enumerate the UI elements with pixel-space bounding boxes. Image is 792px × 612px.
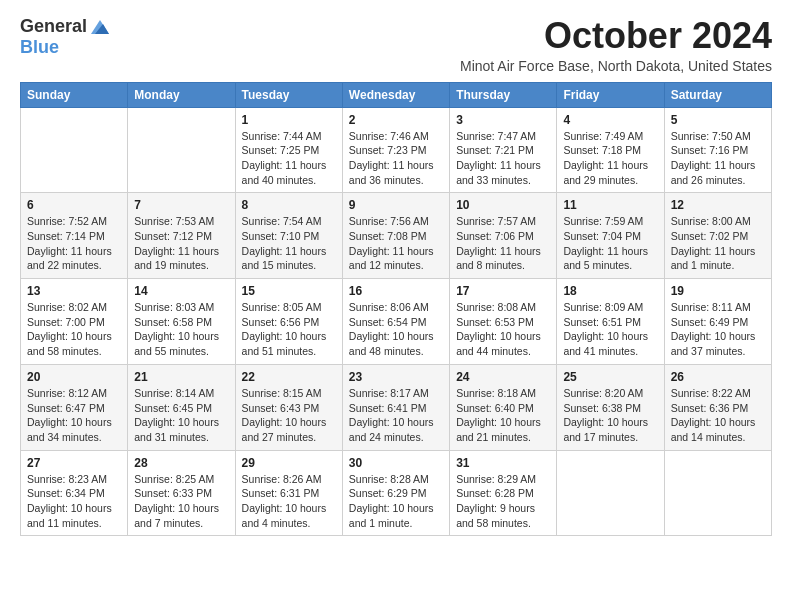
day-number: 20 bbox=[27, 370, 121, 384]
day-info: Sunrise: 8:00 AMSunset: 7:02 PMDaylight:… bbox=[671, 214, 765, 273]
day-number: 19 bbox=[671, 284, 765, 298]
day-info: Sunrise: 8:20 AMSunset: 6:38 PMDaylight:… bbox=[563, 386, 657, 445]
day-header-monday: Monday bbox=[128, 82, 235, 107]
day-number: 14 bbox=[134, 284, 228, 298]
calendar-cell: 19Sunrise: 8:11 AMSunset: 6:49 PMDayligh… bbox=[664, 279, 771, 365]
day-info: Sunrise: 8:26 AMSunset: 6:31 PMDaylight:… bbox=[242, 472, 336, 531]
calendar-cell: 18Sunrise: 8:09 AMSunset: 6:51 PMDayligh… bbox=[557, 279, 664, 365]
title-area: October 2024 Minot Air Force Base, North… bbox=[460, 16, 772, 74]
week-row-5: 27Sunrise: 8:23 AMSunset: 6:34 PMDayligh… bbox=[21, 450, 772, 536]
week-row-3: 13Sunrise: 8:02 AMSunset: 7:00 PMDayligh… bbox=[21, 279, 772, 365]
calendar-cell: 7Sunrise: 7:53 AMSunset: 7:12 PMDaylight… bbox=[128, 193, 235, 279]
day-number: 3 bbox=[456, 113, 550, 127]
logo-icon bbox=[89, 16, 111, 38]
week-row-1: 1Sunrise: 7:44 AMSunset: 7:25 PMDaylight… bbox=[21, 107, 772, 193]
calendar-cell bbox=[664, 450, 771, 536]
calendar-cell bbox=[557, 450, 664, 536]
calendar-cell: 8Sunrise: 7:54 AMSunset: 7:10 PMDaylight… bbox=[235, 193, 342, 279]
day-info: Sunrise: 7:50 AMSunset: 7:16 PMDaylight:… bbox=[671, 129, 765, 188]
day-info: Sunrise: 7:47 AMSunset: 7:21 PMDaylight:… bbox=[456, 129, 550, 188]
day-info: Sunrise: 8:25 AMSunset: 6:33 PMDaylight:… bbox=[134, 472, 228, 531]
day-number: 2 bbox=[349, 113, 443, 127]
day-header-friday: Friday bbox=[557, 82, 664, 107]
day-info: Sunrise: 8:18 AMSunset: 6:40 PMDaylight:… bbox=[456, 386, 550, 445]
day-info: Sunrise: 8:23 AMSunset: 6:34 PMDaylight:… bbox=[27, 472, 121, 531]
day-number: 21 bbox=[134, 370, 228, 384]
day-info: Sunrise: 8:22 AMSunset: 6:36 PMDaylight:… bbox=[671, 386, 765, 445]
calendar-cell: 23Sunrise: 8:17 AMSunset: 6:41 PMDayligh… bbox=[342, 364, 449, 450]
day-number: 31 bbox=[456, 456, 550, 470]
calendar-cell: 5Sunrise: 7:50 AMSunset: 7:16 PMDaylight… bbox=[664, 107, 771, 193]
calendar-cell: 13Sunrise: 8:02 AMSunset: 7:00 PMDayligh… bbox=[21, 279, 128, 365]
calendar-cell: 6Sunrise: 7:52 AMSunset: 7:14 PMDaylight… bbox=[21, 193, 128, 279]
calendar-cell: 17Sunrise: 8:08 AMSunset: 6:53 PMDayligh… bbox=[450, 279, 557, 365]
day-number: 12 bbox=[671, 198, 765, 212]
day-info: Sunrise: 8:05 AMSunset: 6:56 PMDaylight:… bbox=[242, 300, 336, 359]
day-info: Sunrise: 7:52 AMSunset: 7:14 PMDaylight:… bbox=[27, 214, 121, 273]
calendar-cell bbox=[21, 107, 128, 193]
day-number: 8 bbox=[242, 198, 336, 212]
calendar-cell: 15Sunrise: 8:05 AMSunset: 6:56 PMDayligh… bbox=[235, 279, 342, 365]
day-number: 9 bbox=[349, 198, 443, 212]
calendar-cell: 3Sunrise: 7:47 AMSunset: 7:21 PMDaylight… bbox=[450, 107, 557, 193]
week-row-4: 20Sunrise: 8:12 AMSunset: 6:47 PMDayligh… bbox=[21, 364, 772, 450]
day-info: Sunrise: 8:14 AMSunset: 6:45 PMDaylight:… bbox=[134, 386, 228, 445]
header: General Blue October 2024 Minot Air Forc… bbox=[20, 16, 772, 74]
day-header-sunday: Sunday bbox=[21, 82, 128, 107]
day-info: Sunrise: 7:53 AMSunset: 7:12 PMDaylight:… bbox=[134, 214, 228, 273]
day-info: Sunrise: 7:49 AMSunset: 7:18 PMDaylight:… bbox=[563, 129, 657, 188]
calendar-cell: 4Sunrise: 7:49 AMSunset: 7:18 PMDaylight… bbox=[557, 107, 664, 193]
day-number: 29 bbox=[242, 456, 336, 470]
day-number: 7 bbox=[134, 198, 228, 212]
day-number: 6 bbox=[27, 198, 121, 212]
calendar-cell: 22Sunrise: 8:15 AMSunset: 6:43 PMDayligh… bbox=[235, 364, 342, 450]
calendar-cell: 9Sunrise: 7:56 AMSunset: 7:08 PMDaylight… bbox=[342, 193, 449, 279]
calendar-cell: 14Sunrise: 8:03 AMSunset: 6:58 PMDayligh… bbox=[128, 279, 235, 365]
day-number: 23 bbox=[349, 370, 443, 384]
day-info: Sunrise: 8:09 AMSunset: 6:51 PMDaylight:… bbox=[563, 300, 657, 359]
day-number: 25 bbox=[563, 370, 657, 384]
calendar-cell: 12Sunrise: 8:00 AMSunset: 7:02 PMDayligh… bbox=[664, 193, 771, 279]
day-info: Sunrise: 7:57 AMSunset: 7:06 PMDaylight:… bbox=[456, 214, 550, 273]
calendar-cell: 21Sunrise: 8:14 AMSunset: 6:45 PMDayligh… bbox=[128, 364, 235, 450]
day-info: Sunrise: 7:54 AMSunset: 7:10 PMDaylight:… bbox=[242, 214, 336, 273]
day-number: 24 bbox=[456, 370, 550, 384]
day-info: Sunrise: 7:46 AMSunset: 7:23 PMDaylight:… bbox=[349, 129, 443, 188]
calendar-cell: 20Sunrise: 8:12 AMSunset: 6:47 PMDayligh… bbox=[21, 364, 128, 450]
day-info: Sunrise: 8:03 AMSunset: 6:58 PMDaylight:… bbox=[134, 300, 228, 359]
calendar-cell: 1Sunrise: 7:44 AMSunset: 7:25 PMDaylight… bbox=[235, 107, 342, 193]
calendar-cell: 25Sunrise: 8:20 AMSunset: 6:38 PMDayligh… bbox=[557, 364, 664, 450]
day-header-saturday: Saturday bbox=[664, 82, 771, 107]
calendar-cell: 10Sunrise: 7:57 AMSunset: 7:06 PMDayligh… bbox=[450, 193, 557, 279]
day-info: Sunrise: 8:11 AMSunset: 6:49 PMDaylight:… bbox=[671, 300, 765, 359]
day-header-wednesday: Wednesday bbox=[342, 82, 449, 107]
day-info: Sunrise: 8:17 AMSunset: 6:41 PMDaylight:… bbox=[349, 386, 443, 445]
day-info: Sunrise: 8:29 AMSunset: 6:28 PMDaylight:… bbox=[456, 472, 550, 531]
day-info: Sunrise: 7:44 AMSunset: 7:25 PMDaylight:… bbox=[242, 129, 336, 188]
month-title: October 2024 bbox=[460, 16, 772, 56]
day-number: 18 bbox=[563, 284, 657, 298]
calendar-cell: 29Sunrise: 8:26 AMSunset: 6:31 PMDayligh… bbox=[235, 450, 342, 536]
day-header-thursday: Thursday bbox=[450, 82, 557, 107]
day-number: 1 bbox=[242, 113, 336, 127]
day-info: Sunrise: 7:59 AMSunset: 7:04 PMDaylight:… bbox=[563, 214, 657, 273]
calendar-cell: 30Sunrise: 8:28 AMSunset: 6:29 PMDayligh… bbox=[342, 450, 449, 536]
week-row-2: 6Sunrise: 7:52 AMSunset: 7:14 PMDaylight… bbox=[21, 193, 772, 279]
calendar-cell: 31Sunrise: 8:29 AMSunset: 6:28 PMDayligh… bbox=[450, 450, 557, 536]
calendar-cell: 28Sunrise: 8:25 AMSunset: 6:33 PMDayligh… bbox=[128, 450, 235, 536]
day-number: 13 bbox=[27, 284, 121, 298]
calendar-cell bbox=[128, 107, 235, 193]
day-number: 10 bbox=[456, 198, 550, 212]
calendar-cell: 26Sunrise: 8:22 AMSunset: 6:36 PMDayligh… bbox=[664, 364, 771, 450]
calendar-cell: 2Sunrise: 7:46 AMSunset: 7:23 PMDaylight… bbox=[342, 107, 449, 193]
day-number: 16 bbox=[349, 284, 443, 298]
logo: General Blue bbox=[20, 16, 111, 58]
day-number: 5 bbox=[671, 113, 765, 127]
day-number: 4 bbox=[563, 113, 657, 127]
day-info: Sunrise: 8:28 AMSunset: 6:29 PMDaylight:… bbox=[349, 472, 443, 531]
day-number: 15 bbox=[242, 284, 336, 298]
day-number: 28 bbox=[134, 456, 228, 470]
logo-blue-text: Blue bbox=[20, 38, 59, 58]
day-info: Sunrise: 8:08 AMSunset: 6:53 PMDaylight:… bbox=[456, 300, 550, 359]
day-info: Sunrise: 8:12 AMSunset: 6:47 PMDaylight:… bbox=[27, 386, 121, 445]
